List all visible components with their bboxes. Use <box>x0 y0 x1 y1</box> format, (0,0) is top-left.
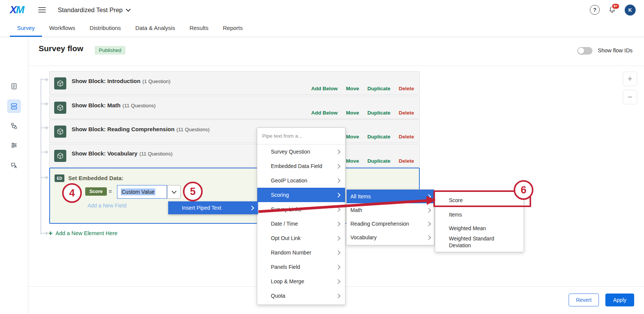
tab-reports[interactable]: Reports <box>216 20 250 37</box>
value-dropdown-button[interactable] <box>167 185 181 199</box>
submenu-item-reading-comprehension[interactable]: Reading Comprehension <box>347 217 434 231</box>
menu-item-label: GeoIP Location <box>271 177 307 184</box>
tab-results[interactable]: Results <box>182 20 216 37</box>
equals-sign: = <box>109 188 112 195</box>
tab-survey[interactable]: Survey <box>10 20 42 37</box>
tab-workflows[interactable]: Workflows <box>42 20 83 37</box>
delete-link[interactable]: Delete <box>399 134 414 140</box>
menu-item-label: Date / Time <box>271 221 298 227</box>
left-sidebar <box>0 37 28 314</box>
flow-block-reading-comprehension[interactable]: Show Block: Reading Comprehension(11 Que… <box>49 119 420 143</box>
zoom-out-button[interactable]: − <box>623 90 637 104</box>
page-title: Survey flow <box>39 44 83 53</box>
menu-item-label: Survey Question <box>271 149 310 155</box>
duplicate-link[interactable]: Duplicate <box>367 110 391 116</box>
add-below-link[interactable]: Add Below <box>311 86 338 91</box>
menu-item-label: Weighted Standard Deviation <box>449 235 506 249</box>
tab-data-analysis[interactable]: Data & Analysis <box>128 20 182 37</box>
delete-link[interactable]: Delete <box>399 158 414 164</box>
show-flow-ids-toggle[interactable] <box>577 47 592 55</box>
all-items-submenu: Score Items Weighted Mean Weighted Stand… <box>435 192 524 252</box>
add-new-field-link[interactable]: Add a New Field <box>88 203 127 209</box>
xm-logo[interactable]: XM <box>10 5 24 15</box>
plus-icon: + <box>628 74 633 84</box>
menu-item-label: Embedded Data Field <box>271 163 322 169</box>
sidebar-item-survey-builder[interactable] <box>7 79 21 93</box>
menu-item-panels-field[interactable]: Panels Field <box>257 260 345 274</box>
move-link[interactable]: Move <box>346 134 359 140</box>
add-below-link[interactable]: Add Below <box>311 110 338 116</box>
menu-item-opt-out-link[interactable]: Opt Out Link <box>257 231 345 245</box>
notifications-button[interactable]: 9+ <box>607 5 617 15</box>
add-new-element-link[interactable]: + Add a New Element Here <box>48 230 117 237</box>
menu-item-survey-links[interactable]: Survey Links <box>257 202 345 217</box>
avatar[interactable]: K <box>625 5 636 16</box>
flow-block-vocabulary[interactable]: Show Block: Vocabulary(11 Questions) Add… <box>49 144 420 167</box>
submenu-item-all-items[interactable]: All Items <box>347 190 434 203</box>
project-name: Standardized Test Prep <box>58 6 123 14</box>
menu-item-loop-merge[interactable]: Loop & Merge <box>257 274 345 289</box>
tab-label: Workflows <box>49 25 75 31</box>
qualtrics-survey-flow-page: XM Standardized Test Prep ? 9+ K Survey … <box>0 0 644 314</box>
sidebar-item-survey-options[interactable] <box>7 138 21 152</box>
flow-connector <box>41 152 46 152</box>
submenu-item-vocabulary[interactable]: Vocabulary <box>347 231 434 244</box>
clipboard-icon <box>10 82 18 90</box>
submenu-item-math[interactable]: Math <box>347 203 434 217</box>
menu-item-quota[interactable]: Quota <box>257 289 345 303</box>
tab-distributions[interactable]: Distributions <box>83 20 128 37</box>
help-button[interactable]: ? <box>590 5 600 15</box>
menu-item-geoip-location[interactable]: GeoIP Location <box>257 173 345 188</box>
menu-item-scoring[interactable]: Scoring <box>257 188 345 202</box>
tab-label: Data & Analysis <box>135 25 175 31</box>
submenu-item-items[interactable]: Items <box>435 208 524 221</box>
duplicate-link[interactable]: Duplicate <box>367 134 391 140</box>
block-title-text: Show Block: Vocabulary <box>72 150 138 157</box>
sidebar-item-translations[interactable] <box>7 159 21 172</box>
revert-button[interactable]: Revert <box>569 294 599 306</box>
flow-block-introduction[interactable]: Show Block: Introduction(1 Question) Add… <box>49 71 420 95</box>
sidebar-item-workflow[interactable] <box>7 119 21 133</box>
chevron-down-icon <box>172 189 177 194</box>
status-badge: Published <box>95 46 125 55</box>
duplicate-link[interactable]: Duplicate <box>367 158 391 164</box>
menu-item-embedded-data-field[interactable]: Embedded Data Field <box>257 159 345 173</box>
topbar-right-cluster: ? 9+ K <box>590 5 636 16</box>
menu-item-label: Loop & Merge <box>271 278 304 284</box>
tab-label: Survey <box>17 25 35 31</box>
submenu-item-weighted-mean[interactable]: Weighted Mean <box>435 221 524 235</box>
block-question-count: (11 Questions) <box>122 103 156 108</box>
chevron-right-icon <box>336 250 341 255</box>
sidebar-item-survey-flow[interactable] <box>7 99 21 113</box>
main-nav: Survey Workflows Distributions Data & An… <box>0 20 644 37</box>
apply-button[interactable]: Apply <box>605 294 634 306</box>
project-picker[interactable]: Standardized Test Prep <box>58 6 130 14</box>
annotation-step-5: 5 <box>183 182 203 201</box>
custom-value-input[interactable]: Custom Value <box>117 185 167 199</box>
move-link[interactable]: Move <box>346 110 359 116</box>
move-link[interactable]: Move <box>346 86 359 91</box>
menu-item-random-number[interactable]: Random Number <box>257 245 345 260</box>
menu-item-label: Opt Out Link <box>271 235 301 241</box>
block-actions: Add Below Move Duplicate Delete <box>311 86 414 91</box>
menu-item-date-time[interactable]: Date / Time <box>257 217 345 231</box>
tab-label: Distributions <box>90 25 121 31</box>
field-name-pill[interactable]: Score <box>85 187 107 196</box>
submenu-item-score[interactable]: Score <box>435 193 524 208</box>
zoom-in-button[interactable]: + <box>623 72 637 86</box>
menu-item-survey-question[interactable]: Survey Question <box>257 144 345 159</box>
hamburger-menu-icon[interactable] <box>38 7 46 13</box>
flow-block-math[interactable]: Show Block: Math(11 Questions) Add Below… <box>49 96 420 119</box>
menu-item-label: Reading Comprehension <box>350 221 409 227</box>
delete-link[interactable]: Delete <box>399 86 414 91</box>
delete-link[interactable]: Delete <box>399 110 414 116</box>
menu-item-label: Items <box>449 211 462 218</box>
insert-piped-text-label: Insert Piped Text <box>182 205 221 211</box>
menu-item-label: Math <box>350 207 362 213</box>
submenu-item-weighted-standard-deviation[interactable]: Weighted Standard Deviation <box>435 235 524 249</box>
duplicate-link[interactable]: Duplicate <box>367 86 391 91</box>
chevron-down-icon <box>126 7 131 12</box>
insert-piped-text-button[interactable]: Insert Piped Text <box>168 201 258 214</box>
block-title: Show Block: Reading Comprehension(11 Que… <box>72 126 209 132</box>
move-link[interactable]: Move <box>346 158 359 164</box>
